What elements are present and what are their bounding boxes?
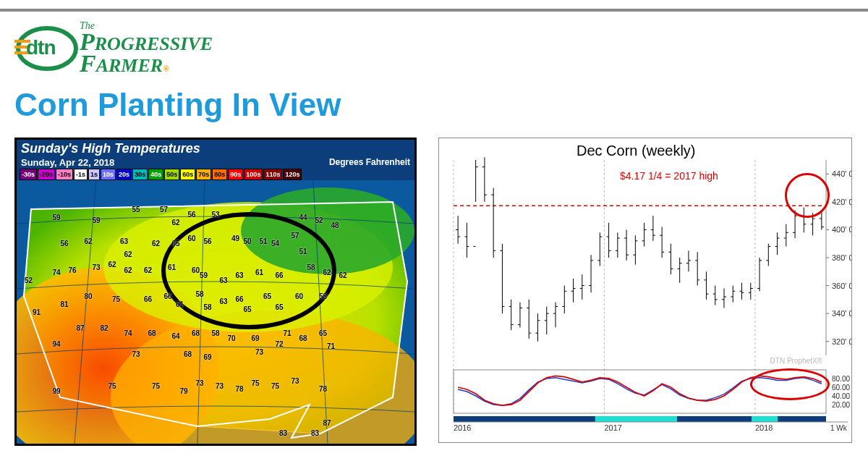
temp-label: 68 [192, 329, 200, 337]
brand-logos: dtn The PROGRESSIVE FARMER® [14, 22, 213, 75]
temp-label: 68 [299, 334, 307, 342]
temp-label: 58 [211, 329, 219, 337]
temp-label: 63 [219, 297, 227, 305]
svg-text:2017: 2017 [604, 423, 621, 432]
temp-label: 73 [291, 376, 299, 384]
temp-label: 72 [275, 339, 283, 347]
temp-label: 78 [235, 384, 243, 392]
temp-label: 59 [52, 213, 60, 221]
temp-label: 51 [299, 248, 307, 255]
svg-text:2016: 2016 [454, 423, 471, 432]
temp-label: 62 [108, 261, 116, 269]
temp-label: 73 [255, 347, 263, 355]
temp-label: 51 [259, 237, 267, 245]
temp-label: 61 [255, 269, 263, 276]
temp-label: 52 [25, 276, 33, 284]
svg-text:20.00: 20.00 [832, 401, 850, 409]
watermark: DTN ProphetX® [770, 357, 822, 365]
temp-label: 75 [152, 381, 160, 389]
temp-label: 57 [291, 232, 299, 240]
temp-label: 82 [100, 324, 108, 331]
svg-text:2018: 2018 [755, 423, 773, 432]
temp-label: 58 [203, 303, 211, 310]
temp-label: 60 [295, 292, 303, 300]
legend-chip: 60s [180, 169, 195, 180]
oscillator-highlight-circle [750, 368, 830, 400]
temp-label: 50 [243, 237, 251, 245]
temp-label: 73 [216, 381, 224, 389]
temp-label: 56 [203, 237, 211, 245]
svg-text:60.00: 60.00 [832, 384, 850, 392]
temp-label: 76 [68, 266, 76, 274]
temp-label: 54 [271, 240, 279, 248]
temp-label: 65 [275, 303, 283, 310]
temperature-map: Sunday's High Temperatures Sunday, Apr 2… [14, 138, 417, 446]
temp-label: 79 [179, 387, 187, 395]
temp-label: 62 [152, 240, 160, 248]
temp-label: 68 [184, 350, 192, 358]
temp-label: 62 [339, 271, 346, 279]
temp-label: 59 [92, 216, 100, 224]
temp-label: 69 [251, 334, 259, 342]
legend-chip: 100s [244, 169, 263, 180]
svg-text:340' 0: 340' 0 [832, 309, 851, 318]
temp-label: 62 [124, 266, 132, 274]
map-title: Sunday's High Temperatures [21, 141, 200, 156]
svg-text:440' 0: 440' 0 [832, 169, 851, 178]
temp-label: 62 [84, 237, 92, 245]
temp-label: 65 [243, 305, 251, 313]
legend-chip: -10s [56, 169, 73, 180]
dtn-wordmark: dtn [26, 36, 56, 59]
svg-rect-164 [752, 416, 778, 422]
pf-line1: PROGRESSIVE [80, 31, 213, 54]
legend-chip: 1s [88, 169, 100, 180]
legend-chip: 20s [116, 169, 132, 180]
temp-label: 56 [187, 211, 195, 219]
temp-label: 65 [263, 292, 271, 300]
temp-label: 63 [120, 237, 128, 245]
temp-label: 71 [283, 329, 291, 337]
temp-label: 75 [271, 381, 279, 389]
temp-label: 57 [160, 206, 168, 214]
dtn-logo: dtn [14, 23, 80, 74]
svg-rect-163 [595, 416, 677, 422]
legend-chip: 110s [263, 169, 282, 180]
legend-chip: -30s [20, 169, 37, 180]
temp-label: 74 [124, 329, 132, 337]
temp-label: 58 [195, 290, 203, 297]
svg-text:380' 0: 380' 0 [832, 253, 851, 262]
svg-text:420' 0: 420' 0 [832, 198, 851, 206]
map-header: Sunday's High Temperatures Sunday, Apr 2… [17, 140, 414, 180]
temp-label: 91 [33, 308, 41, 316]
temp-label: 62 [124, 250, 132, 258]
legend-chip: -1s [74, 169, 88, 180]
temp-label: 48 [331, 221, 339, 229]
temp-label: 62 [144, 266, 152, 274]
svg-text:360' 0: 360' 0 [832, 282, 851, 290]
temp-label: 78 [319, 384, 327, 392]
temp-label: 75 [108, 381, 116, 389]
legend-chip: 10s [101, 169, 116, 180]
temp-label: 64 [171, 331, 179, 339]
temp-label: 60 [192, 266, 200, 274]
temp-label: 70 [227, 334, 235, 342]
price-highlight-circle [785, 173, 830, 218]
temp-label: 61 [176, 300, 184, 308]
svg-text:320' 0: 320' 0 [832, 337, 851, 346]
temp-label: 87 [76, 324, 84, 331]
temp-label: 61 [168, 263, 176, 271]
legend-chip: -20s [38, 169, 55, 180]
temp-label: 81 [60, 300, 68, 308]
temp-label: 49 [231, 234, 239, 242]
temp-label: 62 [171, 219, 179, 227]
page-title: Corn Planting In View [14, 87, 341, 123]
svg-text:80.00: 80.00 [832, 375, 850, 383]
legend-chip: 40s [148, 169, 163, 180]
temp-label: 55 [132, 206, 140, 214]
map-subtitle: Sunday, Apr 22, 2018 [21, 157, 114, 168]
temp-label: 69 [203, 352, 211, 360]
pf-line2: FARMER® [80, 53, 213, 75]
progressive-farmer-logo: The PROGRESSIVE FARMER® [80, 22, 213, 75]
svg-text:400' 0: 400' 0 [832, 225, 851, 234]
temp-label: 63 [235, 271, 243, 279]
